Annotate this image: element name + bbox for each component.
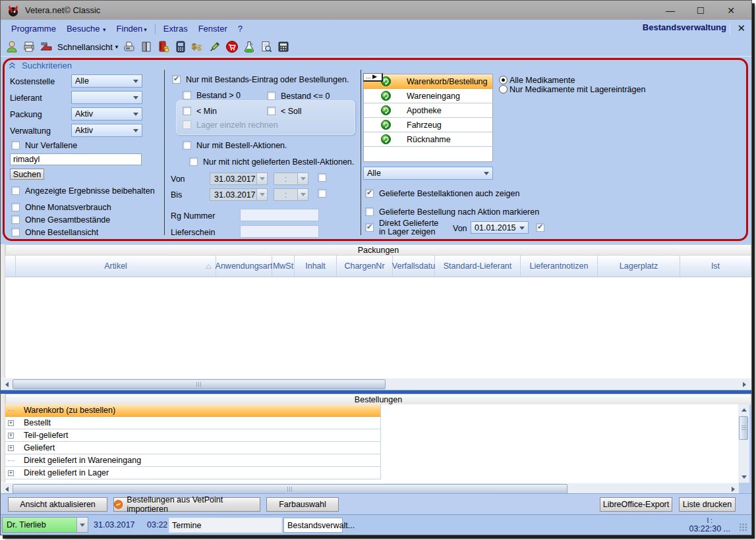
direkt-von-date-select[interactable]: 01.01.2015 [471, 221, 529, 234]
scroll-up-icon[interactable] [739, 405, 749, 415]
ohne-gesamtbestaende-checkbox[interactable] [11, 215, 20, 224]
alle-medikamente-radio[interactable] [499, 76, 508, 84]
tree-item-direkt-lager[interactable]: + Direkt geliefert in Lager [5, 467, 381, 479]
tree-item-direkt-wareneingang[interactable]: Direkt geliefert in Wareneingang [5, 454, 381, 467]
nur-bestell-aktionen-checkbox[interactable] [183, 141, 191, 149]
scrollbar-thumb[interactable] [13, 484, 567, 494]
column-header-verfallsdatum[interactable]: Verfallsdatu [393, 256, 435, 277]
quickview-icon[interactable] [39, 40, 53, 54]
scrollbar-thumb[interactable] [13, 379, 386, 389]
chevron-down-icon[interactable] [297, 173, 308, 184]
resize-grip[interactable] [739, 523, 747, 531]
lt-min-checkbox[interactable] [183, 107, 191, 115]
color-choice-button[interactable]: Farbauswahl [266, 497, 339, 512]
column-header-lagerplatz[interactable]: Lagerplatz [598, 256, 680, 277]
nur-verfallene-checkbox[interactable] [11, 141, 20, 149]
bis-enable-checkbox[interactable] [318, 189, 326, 198]
cart-stop-icon[interactable] [225, 40, 239, 54]
close-button[interactable]: ✕ [716, 1, 746, 20]
chevron-down-icon[interactable] [256, 189, 267, 200]
user-select[interactable]: Dr. Tierlieb [2, 517, 88, 533]
nach-aktion-checkbox[interactable] [365, 207, 374, 216]
stage-item-ruecknahme[interactable]: Rücknahme [364, 132, 492, 147]
column-header-artikel[interactable]: Artikel [16, 256, 216, 277]
lieferant-select[interactable] [71, 91, 142, 104]
chevron-down-icon[interactable] [297, 189, 308, 200]
menu-finden[interactable]: Finden▾ [111, 21, 152, 36]
calculator-icon[interactable] [276, 40, 291, 54]
phone-calculator-icon[interactable] [173, 40, 188, 54]
scroll-right-icon[interactable] [739, 379, 749, 390]
direkt-gelieferte-checkbox[interactable] [365, 223, 374, 232]
print-list-button[interactable]: Liste drucken [679, 497, 736, 512]
von-enable-checkbox[interactable] [318, 173, 326, 182]
bestand-le0-checkbox[interactable] [267, 92, 276, 100]
column-header-inhalt[interactable]: Inhalt [295, 256, 337, 277]
expand-plus-icon[interactable]: + [8, 433, 14, 439]
search-button[interactable]: Suchen [10, 169, 44, 180]
search-input[interactable] [10, 153, 142, 165]
von-time-select[interactable]: : [274, 173, 308, 185]
lieferschein-input[interactable] [240, 225, 319, 238]
tree-item-teil-geliefert[interactable]: + Teil-geliefert [5, 429, 381, 442]
scrollbar-thumb[interactable] [739, 416, 748, 440]
expand-plus-icon[interactable]: + [8, 445, 14, 451]
bestand-gt0-checkbox[interactable] [183, 91, 191, 99]
stage-item-wareneingang[interactable]: Wareneingang [364, 89, 492, 103]
tree-item-warenkorb[interactable]: Warenkorb (zu bestellen) [5, 404, 381, 417]
tree-item-geliefert[interactable]: + Geliefert [5, 442, 381, 454]
document-search-icon[interactable] [259, 40, 274, 54]
bestellungen-vscrollbar[interactable] [738, 404, 749, 483]
menu-besuche[interactable]: Besuche ▾ [61, 21, 111, 36]
column-header-chargennr[interactable]: ChargenNr [337, 256, 393, 277]
menu-help[interactable]: ? [233, 21, 248, 36]
column-header-lieferantnotizen[interactable]: Lieferantnotizen [521, 256, 598, 277]
termine-panel[interactable]: Termine [169, 518, 282, 533]
packungen-hscrollbar[interactable] [1, 378, 751, 390]
user-icon[interactable] [5, 40, 19, 54]
column-header-mwst[interactable]: MwSt [272, 256, 295, 277]
menu-programme[interactable]: Programme [6, 21, 61, 36]
column-header-standard-lieferant[interactable]: Standard-Lieferant [435, 256, 521, 277]
ohne-bestellansicht-checkbox[interactable] [11, 228, 20, 236]
dropdown-caret-icon[interactable]: ▾ [115, 43, 119, 50]
expand-plus-icon[interactable]: + [8, 420, 14, 426]
syringe-icon[interactable] [208, 40, 222, 54]
keep-results-checkbox[interactable] [11, 186, 20, 195]
column-header-ist[interactable]: Ist [680, 256, 751, 277]
scroll-left-icon[interactable] [1, 379, 12, 390]
import-vetpoint-button[interactable]: Bestellungen aus VetPoint importieren [113, 497, 260, 512]
direkt-von-enable-checkbox[interactable] [536, 223, 544, 232]
lab-flask-icon[interactable] [242, 40, 256, 54]
packungen-table-body[interactable] [5, 277, 751, 378]
column-header-anwendungsart[interactable]: Anwendungsart [216, 256, 272, 277]
collapse-icon[interactable] [8, 61, 16, 72]
scroll-down-icon[interactable] [739, 472, 749, 482]
maximize-button[interactable]: ☐ [685, 1, 716, 20]
menu-extras[interactable]: Extras [158, 21, 193, 36]
fax-icon[interactable] [122, 40, 136, 54]
chevron-down-icon[interactable] [256, 173, 267, 184]
ohne-monatsverbrauch-checkbox[interactable] [11, 203, 20, 211]
von-date-select[interactable]: 31.03.2017 [210, 173, 268, 185]
kostenstelle-select[interactable]: Alle [71, 74, 142, 88]
stage-filter-select[interactable]: Alle [363, 167, 493, 180]
rg-nummer-input[interactable] [240, 209, 319, 221]
verwaltung-select[interactable]: Aktiv [71, 124, 142, 137]
module-close-icon[interactable]: ✕ [737, 22, 745, 34]
stage-item-apotheke[interactable]: Apotheke [364, 103, 492, 118]
stage-item-fahrzeug[interactable]: Fahrzeug [364, 118, 492, 132]
column-header-rowselect[interactable] [5, 256, 16, 277]
packung-select[interactable]: Aktiv [71, 107, 142, 121]
nicht-gelieferte-checkbox[interactable] [189, 157, 198, 166]
tree-item-bestellt[interactable]: + Bestellt [5, 417, 381, 429]
cash-book-icon[interactable] [156, 40, 171, 54]
currency-icon[interactable]: $€ [190, 40, 205, 54]
print-icon[interactable] [22, 40, 36, 54]
drag-dots-button[interactable]: ... ▶ [363, 73, 383, 82]
stage-item-warenkorb[interactable]: Warenkorb/Bestellung [364, 74, 492, 89]
refresh-view-button[interactable]: Ansicht aktualisieren [8, 497, 107, 512]
quickview-label[interactable]: Schnellansicht [57, 42, 113, 52]
bis-date-select[interactable]: 31.03.2017 [210, 188, 268, 201]
bestands-eintrag-checkbox[interactable] [172, 75, 181, 84]
